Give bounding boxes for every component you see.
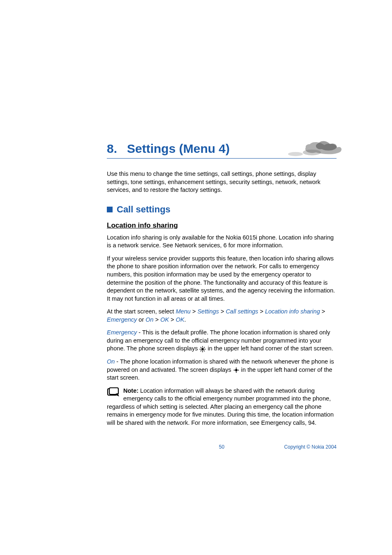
text: . [184,316,186,323]
svg-line-9 [204,347,205,348]
chapter-number: 8. [107,142,117,156]
chapter-heading: 8. Settings (Menu 4) [107,142,337,159]
menu-path-item: Location info sharing [265,308,320,315]
note-icon [107,387,122,400]
paragraph: If your wireless service provider suppor… [107,255,337,303]
menu-path-item: OK [176,316,184,323]
paragraph: Location info sharing is only available … [107,234,337,250]
menu-path-item: Call settings [226,308,258,315]
menu-path-item: Menu [176,308,191,315]
option-label: On [107,358,115,365]
section-title: Call settings [117,204,171,215]
subsection-heading: Location info sharing [107,221,337,230]
note-label: Note: [123,387,138,394]
separator: > [191,308,198,315]
separator: > [219,308,226,315]
svg-point-11 [235,369,237,371]
separator: > [169,316,176,323]
intro-paragraph: Use this menu to change the time setting… [107,170,337,194]
location-emergency-icon [199,346,206,352]
menu-path-item: OK [160,316,169,323]
svg-line-7 [201,347,201,348]
svg-line-8 [204,350,205,351]
section-bullet-icon [107,207,113,212]
menu-path-item: On [145,316,153,323]
svg-point-0 [288,152,303,156]
menu-path-item: Settings [197,308,219,315]
page-number: 50 [219,444,224,450]
navigation-path: At the start screen, select Menu > Setti… [107,308,337,324]
location-on-icon [233,367,240,373]
note-block: Note: Location information will always b… [107,387,337,427]
option-on: On - The phone location information is s… [107,358,337,382]
note-text: Location information will always be shar… [107,387,334,426]
text: in the upper left hand corner of the sta… [206,345,333,352]
menu-path-item: Emergency [107,316,137,323]
separator: > [258,308,265,315]
header-graphic [287,140,345,157]
option-label: Emergency [107,329,137,336]
copyright: Copyright © Nokia 2004 [284,444,337,450]
separator: > [154,316,161,323]
chapter-title: Settings (Menu 4) [127,142,230,156]
separator: > [320,308,325,315]
svg-point-2 [202,348,203,350]
svg-line-10 [201,350,201,351]
text: or [137,316,145,323]
option-emergency: Emergency - This is the default profile.… [107,329,337,353]
section-heading: Call settings [107,204,337,215]
text: At the start screen, select [107,308,176,315]
